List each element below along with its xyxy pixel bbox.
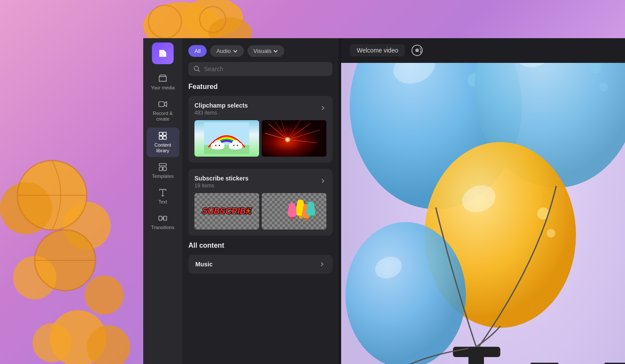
rainbow-thumbnail [194,120,259,157]
sidebar-item-templates[interactable]: Templates [147,159,179,183]
svg-point-36 [219,145,220,146]
filter-visuals-button[interactable]: Visuals [247,45,285,57]
subscribe-card-header: Subscribe stickers 19 items [194,175,326,189]
card-subtitle: 483 items [194,110,248,116]
subscribe-card-title: Subscribe stickers [194,175,249,182]
all-content-title: All content [188,242,332,249]
sidebar-item-text[interactable]: Text [147,184,179,208]
svg-point-84 [599,83,608,92]
svg-rect-24 [159,167,162,171]
subscribe-card-thumbnails: SUBSCRIBE + [194,193,326,230]
card-thumbnails [194,120,326,157]
filter-audio-button[interactable]: Audio [210,45,243,57]
svg-point-72 [415,49,419,52]
svg-point-73 [420,51,421,53]
search-input[interactable] [204,66,327,72]
svg-rect-76 [453,347,500,357]
card-header: Clipchamp selects 483 items [194,102,326,116]
subscribe-card-subtitle: 19 items [194,183,249,189]
svg-point-42 [237,145,238,146]
preview-title[interactable]: Welcome video [350,44,405,56]
svg-rect-19 [159,132,162,135]
sidebar-item-content-library[interactable]: Content library [147,128,179,157]
svg-point-70 [309,216,312,218]
svg-point-28 [194,66,199,71]
svg-point-41 [234,145,235,146]
svg-point-88 [547,229,556,238]
svg-point-68 [291,217,293,220]
app-logo[interactable] [152,43,174,64]
sidebar-item-record-create[interactable]: Record & create [147,96,179,125]
svg-point-54 [286,138,289,141]
filter-bar: All Audio Visuals [182,38,339,60]
clipchamp-selects-card[interactable]: Clipchamp selects 483 items [188,96,332,163]
sidebar-item-content-library-label: Content library [148,142,178,154]
svg-rect-22 [163,136,166,139]
particles-thumbnail [262,120,326,157]
card-title: Clipchamp selects [194,102,248,109]
balloons-preview: W [341,63,625,364]
svg-text:SUBSCRIBE: SUBSCRIBE [202,206,252,216]
subscribe-stickers-card[interactable]: Subscribe stickers 19 items [188,169,332,236]
subscribe-card-arrow-icon [319,177,326,186]
sidebar-item-templates-label: Templates [152,174,174,179]
featured-section-title: Featured [188,83,332,91]
music-label: Music [195,261,213,268]
bells-thumbnail [262,193,326,230]
svg-rect-18 [159,102,164,107]
svg-text:+: + [246,206,250,216]
card-arrow-icon [319,105,326,113]
app-container: Your media Record & create Content libra… [143,38,625,364]
preview-area: Welcome video [341,38,625,364]
sidebar-item-transitions-label: Transitions [151,225,174,230]
svg-rect-26 [159,216,162,220]
svg-point-67 [299,215,302,218]
svg-rect-44 [262,120,326,156]
content-scroll[interactable]: Featured Clipchamp selects 483 items [182,81,339,364]
svg-point-69 [305,218,308,221]
svg-text:W: W [530,321,625,364]
preview-header: Welcome video [341,38,625,63]
project-settings-icon[interactable] [410,43,424,57]
svg-rect-23 [159,164,167,166]
search-bar [188,62,332,76]
filter-all-button[interactable]: All [188,45,207,57]
subscribe-card-info: Subscribe stickers 19 items [194,175,249,189]
preview-canvas: W [341,63,625,364]
music-row-arrow-icon [319,261,326,268]
sidebar-item-your-media[interactable]: Your media [147,70,179,94]
svg-point-40 [230,145,242,150]
subscribe-thumbnail: SUBSCRIBE + [194,193,259,230]
audio-dropdown-icon [233,49,238,54]
card-info: Clipchamp selects 483 items [194,102,248,116]
svg-point-35 [215,145,217,146]
svg-point-34 [211,145,224,150]
sidebar-item-record-create-label: Record & create [148,111,178,122]
svg-rect-25 [163,167,166,171]
sidebar: Your media Record & create Content libra… [143,38,182,364]
svg-rect-21 [159,136,162,139]
sidebar-item-transitions[interactable]: Transitions [147,210,179,234]
sidebar-item-your-media-label: Your media [151,85,174,91]
svg-point-89 [345,222,466,364]
sidebar-item-text-label: Text [158,199,167,205]
visuals-dropdown-icon [273,49,278,54]
svg-rect-20 [163,132,166,135]
music-row[interactable]: Music [188,255,332,274]
search-icon [194,66,201,72]
content-panel: All Audio Visuals [182,38,339,364]
